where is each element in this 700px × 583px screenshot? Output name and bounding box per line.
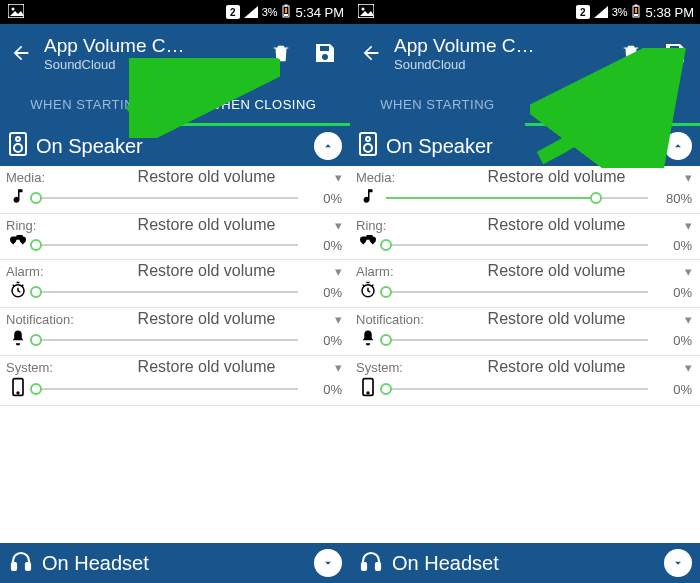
tab-when-closing[interactable]: WHEN CLOSING: [175, 82, 350, 126]
app-toolbar: App Volume C… SoundCloud: [0, 24, 350, 82]
chevron-down-icon[interactable]: ▾: [685, 360, 692, 375]
svg-rect-3: [284, 4, 287, 6]
left-pane: 2 3% 5:34 PM App Volume C… SoundCloud WH…: [0, 0, 350, 583]
chevron-down-icon[interactable]: ▾: [335, 312, 342, 327]
speaker-icon: [358, 131, 378, 162]
row-label: Alarm:: [356, 264, 428, 279]
battery-pct: 3%: [262, 6, 278, 18]
volume-slider[interactable]: [36, 380, 298, 398]
volume-percent: 0%: [654, 238, 692, 253]
row-action-dropdown[interactable]: Restore old volume: [84, 358, 329, 376]
volume-list: Media:Restore old volume▾0%Ring:Restore …: [0, 166, 350, 543]
tab-when-starting[interactable]: WHEN STARTING: [350, 82, 525, 126]
chevron-down-icon[interactable]: ▾: [685, 264, 692, 279]
volume-slider[interactable]: [36, 331, 298, 349]
headset-section-label: On Headset: [42, 552, 149, 575]
row-action-dropdown[interactable]: Restore old volume: [84, 216, 329, 234]
volume-type-icon: [356, 281, 380, 303]
volume-type-icon: [6, 329, 30, 351]
volume-slider[interactable]: [36, 283, 298, 301]
row-action-dropdown[interactable]: Restore old volume: [434, 262, 679, 280]
row-action-dropdown[interactable]: Restore old volume: [434, 216, 679, 234]
speaker-section-header[interactable]: On Speaker: [350, 126, 700, 166]
row-label: System:: [6, 360, 78, 375]
volume-slider[interactable]: [36, 189, 298, 207]
volume-slider[interactable]: [36, 236, 298, 254]
row-action-dropdown[interactable]: Restore old volume: [434, 310, 679, 328]
row-label: Media:: [6, 170, 78, 185]
volume-row: Ring:Restore old volume▾0%: [0, 214, 350, 260]
row-action-dropdown[interactable]: Restore old volume: [434, 168, 679, 186]
row-action-dropdown[interactable]: Restore old volume: [84, 310, 329, 328]
volume-slider[interactable]: [386, 283, 648, 301]
collapse-up-icon[interactable]: [664, 132, 692, 160]
headset-icon: [8, 549, 34, 578]
signal-icon: [244, 6, 258, 18]
chevron-down-icon[interactable]: ▾: [685, 312, 692, 327]
chevron-down-icon[interactable]: ▾: [335, 264, 342, 279]
volume-slider[interactable]: [386, 189, 648, 207]
svg-point-21: [366, 137, 370, 141]
tab-when-starting[interactable]: WHEN STARTING: [0, 82, 175, 126]
save-button[interactable]: [308, 36, 342, 70]
headset-section-header[interactable]: On Headset: [0, 543, 350, 583]
toolbar-subtitle: SoundCloud: [394, 57, 604, 72]
gallery-icon: [8, 4, 24, 21]
row-label: Ring:: [6, 218, 78, 233]
chevron-down-icon[interactable]: ▾: [685, 218, 692, 233]
svg-point-22: [364, 144, 372, 152]
volume-type-icon: [6, 235, 30, 255]
toolbar-titles: App Volume C… SoundCloud: [394, 35, 604, 72]
volume-row: System:Restore old volume▾0%: [350, 356, 700, 406]
volume-slider[interactable]: [386, 380, 648, 398]
collapse-up-icon[interactable]: [314, 132, 342, 160]
volume-slider[interactable]: [386, 331, 648, 349]
battery-icon: [632, 4, 640, 21]
headset-section-header[interactable]: On Headset: [350, 543, 700, 583]
row-label: Alarm:: [6, 264, 78, 279]
back-button[interactable]: [358, 40, 384, 66]
svg-rect-26: [362, 563, 366, 570]
volume-percent: 0%: [304, 333, 342, 348]
volume-row: System:Restore old volume▾0%: [0, 356, 350, 406]
volume-row: Ring:Restore old volume▾0%: [350, 214, 700, 260]
row-action-dropdown[interactable]: Restore old volume: [84, 262, 329, 280]
volume-type-icon: [356, 235, 380, 255]
row-label: Notification:: [6, 312, 78, 327]
svg-rect-27: [376, 563, 380, 570]
svg-point-1: [12, 7, 15, 10]
row-action-dropdown[interactable]: Restore old volume: [434, 358, 679, 376]
volume-type-icon: [356, 187, 380, 209]
volume-percent: 0%: [654, 382, 692, 397]
volume-slider[interactable]: [386, 236, 648, 254]
row-label: Ring:: [356, 218, 428, 233]
save-button[interactable]: [658, 36, 692, 70]
speaker-section-label: On Speaker: [386, 135, 493, 158]
chevron-down-icon[interactable]: ▾: [335, 360, 342, 375]
volume-type-icon: [6, 377, 30, 401]
row-label: Notification:: [356, 312, 428, 327]
svg-rect-5: [285, 8, 287, 13]
back-button[interactable]: [8, 40, 34, 66]
status-bar: 2 3% 5:34 PM: [0, 0, 350, 24]
tab-when-closing[interactable]: WHEN CLOSING: [525, 82, 700, 126]
collapse-down-icon[interactable]: [314, 549, 342, 577]
chevron-down-icon[interactable]: ▾: [685, 170, 692, 185]
headset-icon: [358, 549, 384, 578]
speaker-section-label: On Speaker: [36, 135, 143, 158]
svg-point-7: [16, 137, 20, 141]
speaker-section-header[interactable]: On Speaker: [0, 126, 350, 166]
toolbar-title: App Volume C…: [394, 35, 604, 57]
delete-button[interactable]: [264, 36, 298, 70]
collapse-down-icon[interactable]: [664, 549, 692, 577]
volume-row: Alarm:Restore old volume▾0%: [350, 260, 700, 308]
volume-type-icon: [6, 187, 30, 209]
row-action-dropdown[interactable]: Restore old volume: [84, 168, 329, 186]
delete-button[interactable]: [614, 36, 648, 70]
chevron-down-icon[interactable]: ▾: [335, 170, 342, 185]
chevron-down-icon[interactable]: ▾: [335, 218, 342, 233]
svg-point-8: [14, 144, 22, 152]
volume-percent: 0%: [654, 285, 692, 300]
volume-percent: 0%: [304, 238, 342, 253]
svg-rect-17: [634, 4, 637, 6]
